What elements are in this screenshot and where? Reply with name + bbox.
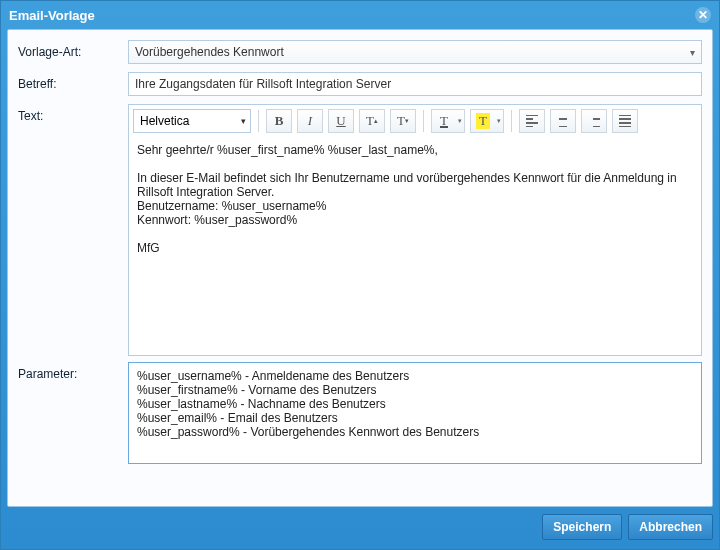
- align-right-button[interactable]: [581, 109, 607, 133]
- save-button[interactable]: Speichern: [542, 514, 622, 540]
- subject-value: Ihre Zugangsdaten für Rillsoft Integrati…: [135, 77, 391, 91]
- editor-toolbar: Helvetica ▾ B I U T▴ T▾ T▾ T▾: [129, 105, 701, 133]
- row-parameter: Parameter: %user_username% - Anmeldename…: [18, 362, 702, 464]
- label-parameter: Parameter:: [18, 362, 128, 381]
- chevron-down-icon: ▾: [497, 117, 501, 125]
- template-type-value: Vorübergehendes Kennwort: [135, 45, 284, 59]
- label-subject: Betreff:: [18, 72, 128, 91]
- rich-text-editor: Helvetica ▾ B I U T▴ T▾ T▾ T▾: [128, 104, 702, 356]
- label-text: Text:: [18, 104, 128, 123]
- chevron-down-icon: ▾: [458, 117, 462, 125]
- font-select-value: Helvetica: [140, 114, 189, 128]
- dialog-title: Email-Vorlage: [9, 8, 95, 23]
- bold-button[interactable]: B: [266, 109, 292, 133]
- superscript-button[interactable]: T▴: [359, 109, 385, 133]
- editor-body[interactable]: Sehr geehrte/r %user_first_name% %user_l…: [129, 137, 701, 355]
- subject-input[interactable]: Ihre Zugangsdaten für Rillsoft Integrati…: [128, 72, 702, 96]
- label-template-type: Vorlage-Art:: [18, 40, 128, 59]
- align-right-icon: [588, 115, 600, 127]
- template-type-select[interactable]: Vorübergehendes Kennwort ▾: [128, 40, 702, 64]
- dialog: Email-Vorlage ✕ Vorlage-Art: Vorübergehe…: [0, 0, 720, 550]
- italic-button[interactable]: I: [297, 109, 323, 133]
- parameter-box[interactable]: %user_username% - Anmeldename des Benutz…: [128, 362, 702, 464]
- subscript-button[interactable]: T▾: [390, 109, 416, 133]
- separator: [258, 110, 259, 132]
- align-justify-icon: [619, 115, 631, 127]
- underline-button[interactable]: U: [328, 109, 354, 133]
- align-justify-button[interactable]: [612, 109, 638, 133]
- content-panel: Vorlage-Art: Vorübergehendes Kennwort ▾ …: [7, 29, 713, 507]
- cancel-button[interactable]: Abbrechen: [628, 514, 713, 540]
- row-text: Text: Helvetica ▾ B I U T▴ T▾: [18, 104, 702, 356]
- font-select[interactable]: Helvetica ▾: [133, 109, 251, 133]
- titlebar: Email-Vorlage ✕: [1, 1, 719, 29]
- chevron-down-icon: ▾: [241, 116, 246, 126]
- row-template-type: Vorlage-Art: Vorübergehendes Kennwort ▾: [18, 40, 702, 64]
- row-subject: Betreff: Ihre Zugangsdaten für Rillsoft …: [18, 72, 702, 96]
- align-center-icon: [557, 115, 569, 127]
- align-left-button[interactable]: [519, 109, 545, 133]
- separator: [511, 110, 512, 132]
- align-center-button[interactable]: [550, 109, 576, 133]
- dialog-footer: Speichern Abbrechen: [7, 511, 713, 543]
- chevron-down-icon: ▾: [690, 47, 695, 58]
- separator: [423, 110, 424, 132]
- highlight-color-button[interactable]: T▾: [470, 109, 504, 133]
- close-icon[interactable]: ✕: [695, 7, 711, 23]
- align-left-icon: [526, 115, 538, 127]
- text-color-button[interactable]: T▾: [431, 109, 465, 133]
